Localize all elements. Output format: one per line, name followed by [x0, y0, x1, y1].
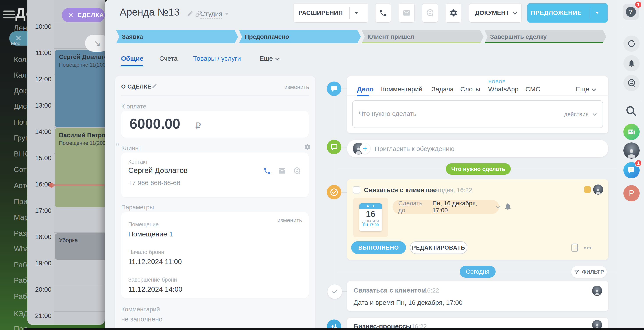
booking-start-value[interactable]: 11.12.2024 11:00: [128, 258, 182, 266]
stage-zavershit[interactable]: Завершить сделку: [484, 30, 606, 44]
close-icon[interactable]: ✕: [68, 12, 74, 19]
timeline-tab-delo[interactable]: Дело: [357, 86, 374, 93]
chevron-down-icon[interactable]: [225, 13, 229, 15]
edit-deal-link[interactable]: изменить: [284, 84, 309, 90]
calendar-month: ДЕКАБРЯ: [359, 219, 382, 223]
sidebar-item-13[interactable]: Wha: [14, 244, 28, 253]
comment-value[interactable]: не заполнено: [121, 316, 162, 323]
payment-label: К оплате: [121, 103, 146, 110]
deadline-selector[interactable]: Сделать до Пн, 16 декабря, 17:00: [392, 200, 499, 214]
timeline-tab-whatsapp[interactable]: WhatsApp: [488, 86, 518, 93]
sidebar-item-5[interactable]: Почт: [14, 118, 28, 126]
notifications-button[interactable]: [624, 55, 640, 72]
timeline-tab-zadacha[interactable]: Задача: [432, 86, 454, 93]
envelope-icon[interactable]: [278, 167, 286, 175]
phone-icon: [379, 9, 387, 17]
drag-handle-icon[interactable]: ⠿: [116, 144, 120, 151]
search-icon[interactable]: [625, 105, 637, 117]
help-notification-badge: 1: [634, 1, 642, 8]
time-label: 11:00: [30, 49, 52, 56]
sidebar-item-12[interactable]: Разр: [14, 229, 28, 238]
stage-predoplacheno[interactable]: Предоплачено: [239, 30, 361, 44]
edit-params-link[interactable]: изменить: [277, 217, 302, 224]
room-value[interactable]: Помещение 1: [128, 230, 173, 238]
copilot-button[interactable]: [624, 36, 640, 52]
hamburger-menu-icon[interactable]: [3, 10, 15, 20]
booking-end-value[interactable]: 11.12.2024 14:00: [128, 285, 182, 294]
stage-zayavka[interactable]: Заявка: [116, 30, 238, 44]
edit-section-pencil-icon[interactable]: [152, 83, 158, 89]
bell-icon[interactable]: [504, 202, 512, 210]
calendar-event-3[interactable]: Уборка: [55, 233, 105, 260]
sidebar-item-17[interactable]: КЭД: [14, 310, 28, 318]
calendar-event-1[interactable]: Сергей Довлатов Помещение 11(2000) - З: [55, 50, 105, 127]
email-button[interactable]: [399, 3, 414, 22]
settings-button[interactable]: [446, 3, 462, 22]
user-avatar[interactable]: [624, 142, 640, 159]
document-button[interactable]: ДОКУМЕНТ: [469, 3, 522, 22]
activity-checkbox[interactable]: [353, 186, 360, 194]
timeline-tab-more[interactable]: Еще: [576, 86, 589, 93]
chevron-down-icon[interactable]: [592, 87, 596, 91]
call-button[interactable]: [375, 3, 391, 22]
add-user-plus-icon[interactable]: +: [360, 143, 370, 154]
invite-row[interactable]: + Пригласить к обсуждению: [347, 140, 608, 157]
openline-chat-button[interactable]: [422, 3, 438, 22]
chevron-down-icon[interactable]: [592, 112, 596, 116]
tab-obshchie[interactable]: Общие: [121, 55, 143, 62]
proposal-button[interactable]: ПРЕДЛОЖЕНИЕ: [528, 3, 608, 22]
profile-button[interactable]: P: [624, 185, 640, 201]
deal-category-selector[interactable]: Студия: [200, 10, 222, 19]
today-pill[interactable]: Сегодня: [460, 266, 496, 278]
contact-phone[interactable]: +7 966 666-66-66: [128, 179, 180, 187]
client-settings-gear-icon[interactable]: [304, 144, 311, 150]
sidebar-item-10[interactable]: Прил: [14, 197, 28, 206]
tab-scheta[interactable]: Счета: [159, 55, 178, 62]
calendar-event-2[interactable]: Василий Петрович Помещение 11(2000) - З: [55, 128, 105, 207]
contact-name[interactable]: Сергей Довлатов: [128, 166, 188, 175]
timeline-done-icon: [328, 284, 342, 299]
calendar-header: [359, 203, 382, 209]
sidebar-item-8[interactable]: Сотр: [14, 165, 28, 174]
sidebar-item-15[interactable]: Рабо: [14, 276, 28, 285]
sidebar-item-11[interactable]: Мар: [14, 213, 28, 222]
sidebar-item-4[interactable]: Диск: [14, 102, 28, 110]
more-actions-dots[interactable]: •••: [584, 244, 592, 252]
todo-group-pill[interactable]: Что нужно сделать: [446, 163, 511, 175]
sidebar-item-7[interactable]: BI Ко: [14, 150, 28, 158]
sidebar-item-6[interactable]: Груп: [14, 134, 28, 142]
chat-arrows-icon[interactable]: [293, 167, 301, 175]
edit-title-pencil-icon[interactable]: [187, 10, 193, 17]
sidebar-item-16[interactable]: Рабо: [14, 292, 28, 301]
activity-input[interactable]: Что нужно сделать действия: [352, 100, 603, 128]
sidebar-item-9[interactable]: Авто: [14, 181, 28, 190]
log-entry-call[interactable]: Связаться с клиентом 16:22 Дата и время …: [347, 281, 608, 311]
extensions-button[interactable]: РАСШИРЕНИЯ: [293, 3, 368, 22]
sidebar-item-14[interactable]: Рабо: [14, 260, 28, 269]
deal-filter-pill[interactable]: ✕ СДЕЛКА: [62, 8, 105, 22]
deadline-calendar-widget[interactable]: 16 ДЕКАБРЯ ПН 17:00: [353, 198, 388, 237]
filter-button[interactable]: ФИЛЬТР: [571, 266, 607, 278]
note-icon[interactable]: [571, 243, 578, 252]
news-feed-button[interactable]: [624, 124, 640, 140]
edit-activity-button[interactable]: РЕДАКТИРОВАТЬ: [410, 241, 467, 254]
stage-klient-prishel[interactable]: Клиент пришёл: [362, 30, 484, 44]
timeline-tab-kommentariy[interactable]: Комментарий: [381, 86, 422, 93]
sidebar-item-1[interactable]: Колл: [14, 55, 28, 64]
done-button[interactable]: ВЫПОЛНЕНО: [351, 241, 406, 254]
amount-box[interactable]: 6000.00 ₽: [121, 111, 309, 138]
actions-dropdown[interactable]: действия: [564, 111, 588, 118]
tab-eshche[interactable]: Еще: [260, 55, 273, 62]
tab-tovary[interactable]: Товары / услуги: [193, 55, 241, 62]
sidebar-item-2[interactable]: Кале: [14, 71, 28, 79]
phone-icon[interactable]: [263, 167, 271, 175]
deal-info-card: О СДЕЛКЕ изменить К оплате 6000.00 ₽ ⠿ К…: [115, 76, 315, 330]
sidebar-item-3[interactable]: Доку: [14, 86, 28, 95]
openlines-button[interactable]: [624, 75, 640, 91]
activity-title[interactable]: Связаться с клиентом: [364, 186, 436, 194]
chevron-down-icon[interactable]: [275, 56, 279, 60]
timeline-tab-sms[interactable]: СМС: [526, 86, 540, 93]
collapse-panel-button[interactable]: ↘: [85, 34, 105, 52]
question-icon: ?: [626, 7, 636, 17]
timeline-tab-sloty[interactable]: Слоты: [460, 86, 480, 93]
